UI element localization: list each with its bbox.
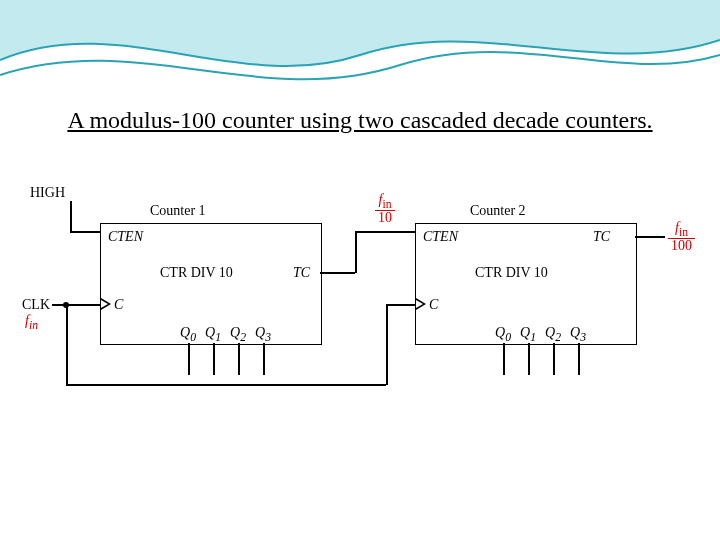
- label-fin-10: fin10: [375, 193, 395, 225]
- pin-q1-2: Q1: [520, 325, 536, 344]
- wire: [355, 231, 357, 273]
- pin-cten-2: CTEN: [423, 229, 458, 245]
- pin-q3-2: Q3: [570, 325, 586, 344]
- clock-triangle-1: [101, 298, 111, 310]
- pin-cten-1: CTEN: [108, 229, 143, 245]
- wire: [355, 231, 415, 233]
- pin-q3-1: Q3: [255, 325, 271, 344]
- wire: [66, 384, 386, 386]
- wire: [528, 343, 530, 375]
- pin-tc-1: TC: [293, 265, 310, 281]
- label-high: HIGH: [30, 185, 65, 201]
- pin-q2-2: Q2: [545, 325, 561, 344]
- wire: [70, 201, 72, 231]
- label-counter2: Counter 2: [470, 203, 526, 219]
- circuit-diagram: HIGH CLK fin Counter 1 CTEN CTR DIV 10 T…: [30, 185, 700, 395]
- pin-q0-1: Q0: [180, 325, 196, 344]
- label-fin: fin: [25, 313, 38, 332]
- wire: [320, 272, 355, 274]
- page-title: A modulus-100 counter using two cascaded…: [0, 105, 720, 135]
- wire: [213, 343, 215, 375]
- pin-q1-1: Q1: [205, 325, 221, 344]
- wire: [386, 304, 388, 385]
- pin-c-2: C: [429, 297, 438, 313]
- pin-c-1: C: [114, 297, 123, 313]
- pin-q2-1: Q2: [230, 325, 246, 344]
- wire: [553, 343, 555, 375]
- wire: [70, 231, 100, 233]
- wire: [578, 343, 580, 375]
- label-ctr1: CTR DIV 10: [160, 265, 233, 281]
- clock-triangle-2: [416, 298, 426, 310]
- wire: [635, 236, 665, 238]
- pin-tc-2: TC: [593, 229, 610, 245]
- pin-q0-2: Q0: [495, 325, 511, 344]
- label-counter1: Counter 1: [150, 203, 206, 219]
- wire: [386, 304, 415, 306]
- wire: [52, 304, 100, 306]
- label-fin-100: fin100: [668, 221, 695, 253]
- wire: [66, 304, 68, 384]
- label-ctr2: CTR DIV 10: [475, 265, 548, 281]
- wire: [263, 343, 265, 375]
- wire: [188, 343, 190, 375]
- wire: [503, 343, 505, 375]
- decorative-wave: [0, 0, 720, 95]
- label-clk: CLK: [22, 297, 50, 313]
- wire: [238, 343, 240, 375]
